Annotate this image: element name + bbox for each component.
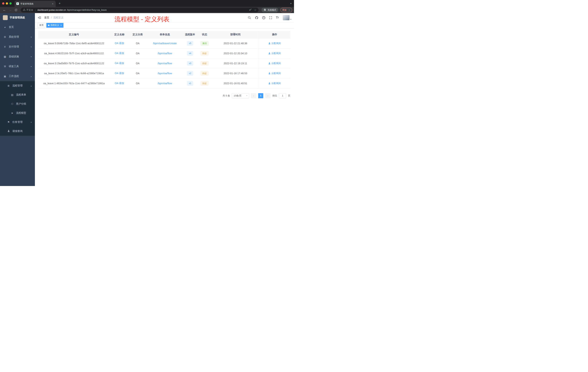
sidebar-item-home[interactable]: ◕ 首页 bbox=[0, 22, 35, 32]
incognito-icon bbox=[263, 9, 266, 12]
fullscreen-icon[interactable] bbox=[269, 16, 272, 19]
address-bar[interactable]: 不安全 | dashboard.yudao.iocoder.cn/bpm/man… bbox=[21, 8, 259, 12]
navbar-actions: ? TT ▾ bbox=[248, 15, 291, 20]
definition-name-link[interactable]: OA 请假 bbox=[115, 42, 124, 44]
assign-rule-link[interactable]: 分配规则 bbox=[268, 42, 281, 45]
avatar[interactable] bbox=[283, 15, 290, 20]
assign-rule-link[interactable]: 分配规则 bbox=[268, 72, 281, 75]
security-label[interactable]: 不安全 bbox=[26, 9, 33, 12]
goto-page-input[interactable] bbox=[279, 93, 286, 98]
sidebar-item-workflow[interactable]: ▣ 工作流程 ▴ bbox=[0, 71, 35, 81]
forward-button[interactable]: → bbox=[8, 8, 13, 12]
browser-tab[interactable]: 芋道管理系统 × bbox=[15, 1, 56, 7]
browser-toolbar: ← → 不安全 | dashboard.yudao.iocoder.cn/bpm… bbox=[0, 7, 294, 13]
window-close-button[interactable] bbox=[2, 2, 4, 5]
sidebar-item-system[interactable]: ⚙ 系统管理 ▾ bbox=[0, 32, 35, 42]
deploy-time: 2022-01-22 21:48:38 bbox=[212, 38, 259, 48]
sidebar-item-process-management[interactable]: ≣ 流程管理 ▴ bbox=[0, 81, 35, 90]
prev-page-button[interactable]: ‹ bbox=[251, 93, 256, 98]
sidebar-item-process-model[interactable]: ➤ 流程模型 bbox=[0, 109, 35, 118]
person-icon bbox=[268, 42, 271, 44]
tag-close-icon[interactable]: × bbox=[60, 24, 62, 27]
tag-home[interactable]: 首页 bbox=[38, 23, 45, 28]
deploy-time: 2022-01-22 20:34:10 bbox=[212, 48, 259, 58]
chevron-down-icon: ▾ bbox=[246, 95, 247, 97]
back-button[interactable]: ← bbox=[2, 8, 7, 12]
form-link[interactable]: /bpm/oa/flow bbox=[158, 52, 172, 55]
app-logo-row[interactable]: 芋道管理系统 bbox=[0, 13, 35, 22]
form-link[interactable]: /bpm/oa/flow bbox=[158, 82, 172, 85]
definition-name-link[interactable]: OA 请假 bbox=[115, 62, 124, 65]
person-icon bbox=[268, 72, 271, 75]
reload-button[interactable] bbox=[13, 8, 19, 12]
browser-menu-icon[interactable]: ⋮ bbox=[288, 9, 290, 11]
column-header-deploy-time: 部署时间 bbox=[212, 31, 259, 38]
sidebar-item-label: 支付管理 bbox=[9, 45, 19, 48]
window-minimize-button[interactable] bbox=[6, 2, 8, 5]
window-controls bbox=[2, 2, 12, 5]
page: 芋道管理系统 × + ▾ ← → 不安全 | dashboard.yudao.i… bbox=[0, 0, 294, 186]
sidebar-item-label: 流程表单 bbox=[16, 93, 26, 97]
pagination: 共 5 条 10条/页 ▾ ‹ 1 › 前往 页 bbox=[38, 93, 290, 98]
sidebar-item-task-management[interactable]: ⚑ 任务管理 ▾ bbox=[0, 118, 35, 127]
breadcrumb-home[interactable]: 首页 bbox=[44, 16, 49, 19]
tab-favicon bbox=[16, 2, 19, 5]
new-tab-button[interactable]: + bbox=[57, 1, 62, 6]
user-group-icon: ⚇ bbox=[10, 102, 14, 105]
column-header-name: 定义名称 bbox=[110, 31, 129, 38]
tag-process-definition[interactable]: 流程定义 × bbox=[46, 23, 63, 28]
user-menu[interactable]: ▾ bbox=[283, 15, 291, 20]
sidebar-item-label: 首页 bbox=[9, 25, 14, 29]
search-icon[interactable] bbox=[248, 16, 251, 19]
definition-id: oa_leave:4:991f2193-7b7f-11ec-a3c8-acde4… bbox=[38, 48, 110, 58]
version-tag: v5 bbox=[187, 41, 193, 45]
tab-close-icon[interactable]: × bbox=[52, 2, 54, 5]
tag-label: 流程定义 bbox=[50, 24, 59, 27]
form-link[interactable]: /bpm/oa/flow bbox=[158, 72, 172, 75]
table-row: oa_leave:3:1fad3d93-7b75-11ec-a3c8-acde4… bbox=[38, 58, 290, 68]
tab-search-caret-icon[interactable]: ▾ bbox=[290, 2, 292, 5]
app-title: 芋道管理系统 bbox=[10, 16, 25, 19]
sidebar-item-payment[interactable]: ¥ 支付管理 ▾ bbox=[0, 42, 35, 52]
dashboard-icon: ◕ bbox=[3, 26, 7, 29]
page-number-1[interactable]: 1 bbox=[258, 93, 263, 98]
sidebar-item-leave-query[interactable]: 请假查询 bbox=[0, 127, 35, 136]
definition-category: OA bbox=[129, 78, 147, 88]
definition-name-link[interactable]: OA 请假 bbox=[115, 82, 124, 85]
password-key-icon[interactable] bbox=[249, 8, 252, 12]
window-maximize-button[interactable] bbox=[10, 2, 12, 5]
sidebar-item-infrastructure[interactable]: ▦ 基础设施 ▾ bbox=[0, 52, 35, 62]
update-label[interactable]: 更新 bbox=[282, 9, 287, 12]
person-icon bbox=[268, 52, 271, 55]
assign-rule-link[interactable]: 分配规则 bbox=[268, 52, 281, 55]
assign-rule-link[interactable]: 分配规则 bbox=[268, 82, 281, 85]
person-icon bbox=[268, 62, 271, 65]
tools-icon: ⚒ bbox=[3, 65, 7, 68]
font-size-icon[interactable]: TT bbox=[276, 16, 279, 19]
definition-name-link[interactable]: OA 请假 bbox=[115, 52, 124, 55]
page-size-select[interactable]: 10条/页 ▾ bbox=[232, 93, 249, 98]
hamburger-icon[interactable] bbox=[38, 16, 41, 20]
chevron-up-icon: ▴ bbox=[31, 75, 32, 77]
form-link[interactable]: /bpm/oa/flow bbox=[158, 62, 172, 65]
person-icon bbox=[7, 130, 10, 133]
sidebar-item-label: 系统管理 bbox=[9, 35, 19, 39]
bookmark-star-icon[interactable]: ☆ bbox=[254, 9, 256, 11]
browser-update-button[interactable]: 更新 ⋮ bbox=[280, 8, 292, 12]
deploy-time: 2022-01-16 01:40:51 bbox=[212, 78, 259, 88]
table-row: oa_leave:1:482ec033-762a-11ec-8477-a2380… bbox=[38, 78, 290, 88]
help-icon[interactable]: ? bbox=[262, 16, 265, 19]
sidebar-item-devtools[interactable]: ⚒ 研发工具 ▾ bbox=[0, 62, 35, 71]
status-tag: 挂起 bbox=[200, 51, 209, 55]
definition-category: OA bbox=[129, 38, 147, 48]
definition-id: oa_leave:1:482ec033-762a-11ec-8477-a2380… bbox=[38, 78, 110, 88]
definition-table: 定义编号 定义名称 定义分类 表单信息 流程版本 状态 部署时间 操作 oa_l bbox=[38, 31, 290, 88]
sidebar-item-process-form[interactable]: ▤ 流程表单 bbox=[0, 90, 35, 99]
assign-rule-link[interactable]: 分配规则 bbox=[268, 62, 281, 65]
github-icon[interactable] bbox=[255, 16, 258, 20]
definition-name-link[interactable]: OA 请假 bbox=[115, 72, 124, 75]
sidebar-item-user-group[interactable]: ⚇ 用户分组 bbox=[0, 99, 35, 109]
form-link[interactable]: /bpm/oa/leave/create bbox=[153, 42, 177, 45]
flag-icon: ⚑ bbox=[7, 121, 10, 124]
next-page-button[interactable]: › bbox=[265, 93, 271, 98]
